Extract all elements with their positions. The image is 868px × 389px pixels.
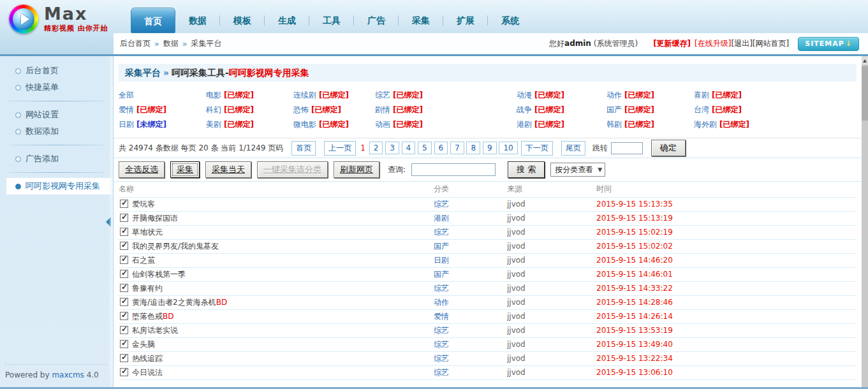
item-title[interactable]: 仙剑客栈第一季 [132,270,186,279]
breadcrumb-item[interactable]: 后台首页 [120,38,151,49]
page-number-button[interactable]: 10 [499,142,517,154]
sidebar-item-backend-home[interactable]: 后台首页 [0,62,113,79]
page-prev-button[interactable]: 上一页 [324,141,356,156]
item-title[interactable]: 热线追踪 [132,354,163,363]
nav-tab-template[interactable]: 模板 [220,8,265,33]
category-link[interactable]: 动作[已绑定] [607,90,694,101]
category-link[interactable]: 微电影[已绑定] [293,119,375,130]
site-home-link[interactable]: [网站首页] [753,39,789,48]
category-link[interactable]: 剧情[已绑定] [375,105,517,115]
item-category-link[interactable]: 综艺 [434,340,449,349]
breadcrumb-item[interactable]: 采集平台 [191,38,222,49]
category-link[interactable]: 科幻[已绑定] [206,105,293,115]
row-checkbox[interactable] [120,298,128,306]
item-category-link[interactable]: 综艺 [434,354,449,363]
category-link[interactable]: 爱情[已绑定] [119,105,206,115]
row-checkbox[interactable] [120,368,128,376]
select-invert-button[interactable]: 全选反选 [119,161,165,178]
item-category-link[interactable]: 综艺 [434,200,449,209]
category-link[interactable]: 国产[已绑定] [607,105,694,115]
category-link[interactable]: 动画[已绑定] [375,119,517,130]
category-link[interactable]: 日剧[未绑定] [119,119,206,130]
row-checkbox[interactable] [120,270,128,278]
category-link[interactable]: 台湾[已绑定] [694,105,862,115]
row-checkbox[interactable] [120,284,128,292]
nav-tab-collect[interactable]: 采集 [399,8,443,33]
category-link[interactable]: 战争[已绑定] [517,105,607,115]
nav-tab-generate[interactable]: 生成 [265,8,309,33]
category-link[interactable]: 喜剧[已绑定] [694,90,862,101]
row-checkbox[interactable] [120,326,128,334]
page-next-button[interactable]: 下一页 [521,141,553,156]
scrollbar-thumb[interactable] [862,66,868,121]
logout-link[interactable]: [退出] [731,39,752,48]
sidebar-item-data-add[interactable]: 数据添加 [0,123,113,140]
nav-tab-system[interactable]: 系统 [488,8,533,33]
item-category-link[interactable]: 综艺 [434,326,449,335]
sidebar-collapse-arrow-icon[interactable] [106,217,111,227]
category-link[interactable]: 韩剧[已绑定] [607,119,694,130]
maxcms-link[interactable]: maxcms [52,371,84,379]
row-checkbox[interactable] [120,214,128,222]
online-upgrade-link[interactable]: [在线升级] [695,39,731,48]
sidebar-item-ad-add[interactable]: 广告添加 [0,150,113,167]
item-category-link[interactable]: 综艺 [434,284,449,293]
breadcrumb-item[interactable]: 数据 [163,38,179,49]
nav-tab-tools[interactable]: 工具 [309,8,354,33]
item-title[interactable]: 今日说法 [132,368,163,377]
item-title[interactable]: 爱玩客 [132,200,155,209]
page-last-button[interactable]: 尾页 [561,141,585,156]
page-number-button[interactable]: 9 [483,142,497,154]
category-link[interactable]: 连续剧[已绑定] [293,90,375,101]
row-checkbox[interactable] [120,228,128,236]
nav-tab-home[interactable]: 首页 [131,8,175,33]
row-checkbox[interactable] [120,256,128,264]
item-title[interactable]: 金头脑 [132,340,155,349]
jump-page-input[interactable] [611,142,643,154]
category-link[interactable]: 动漫[已绑定] [517,90,607,101]
category-link[interactable]: 全部 [119,90,206,101]
category-link[interactable]: 综艺[已绑定] [375,90,517,101]
page-number-button[interactable]: 4 [402,142,416,154]
sidebar-item-quick-menu[interactable]: 快捷菜单 [0,79,113,96]
row-checkbox[interactable] [120,340,128,348]
item-category-link[interactable]: 爱情 [434,312,449,321]
item-category-link[interactable]: 国产 [434,242,449,251]
nav-tab-extend[interactable]: 扩展 [443,8,488,33]
refresh-page-button[interactable]: 刷新网页 [334,161,379,178]
category-link[interactable]: 海外剧[已绑定] [694,119,862,130]
page-first-button[interactable]: 首页 [291,141,316,156]
collect-today-button[interactable]: 采集当天 [205,161,251,178]
page-number-button[interactable]: 5 [418,142,432,154]
page-number-button[interactable]: 3 [385,142,399,154]
item-title[interactable]: 草地状元 [132,228,163,237]
row-checkbox[interactable] [120,242,128,250]
page-number-button[interactable]: 8 [466,142,480,154]
item-title[interactable]: 开脑儆探国语 [132,214,178,223]
page-number-button[interactable]: 2 [369,142,383,154]
category-link[interactable]: 电影[已绑定] [206,90,293,101]
sidebar-item-hehe-collector[interactable]: 呵呵影视网专用采集 [6,178,113,194]
item-category-link[interactable]: 港剧 [434,214,449,223]
item-title[interactable]: 我的灵界男友/我的鬼基友 [132,242,219,251]
collect-button[interactable]: 采集 [170,161,200,178]
query-input[interactable] [411,163,496,176]
item-category-link[interactable]: 综艺 [434,228,449,237]
item-title[interactable]: 石之茧 [132,256,155,265]
row-checkbox[interactable] [120,312,128,320]
category-link[interactable]: 美剧[已绑定] [206,119,293,130]
page-number-button[interactable]: 6 [434,142,448,154]
row-checkbox[interactable] [120,354,128,362]
nav-tab-ads[interactable]: 广告 [354,8,399,33]
item-title[interactable]: 黄海/追击者2之黄海杀机 [132,298,216,307]
category-link[interactable]: 恐怖[已绑定] [293,105,375,115]
row-checkbox[interactable] [120,200,128,208]
item-title[interactable]: 鲁豫有约 [132,284,163,293]
page-number-button[interactable]: 7 [450,142,464,154]
item-category-link[interactable]: 动作 [434,298,449,307]
jump-confirm-button[interactable]: 确定 [651,140,686,156]
search-button[interactable]: 搜 索 [508,161,545,178]
item-category-link[interactable]: 日剧 [434,256,449,265]
item-category-link[interactable]: 国产 [434,270,449,279]
sidebar-item-site-settings[interactable]: 网站设置 [0,106,113,123]
